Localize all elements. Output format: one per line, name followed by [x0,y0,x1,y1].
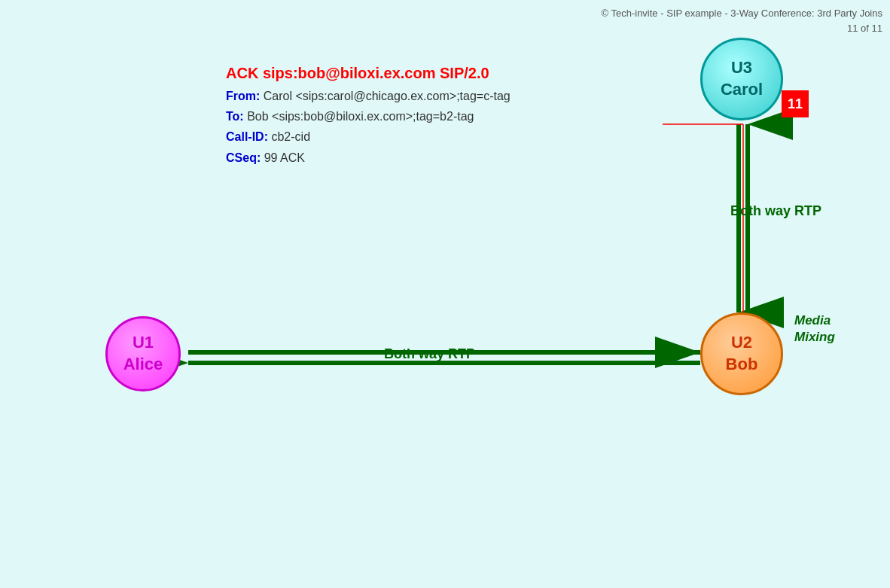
cseq-line: CSeq: 99 ACK [226,148,511,168]
to-value: Bob <sips:bob@biloxi.ex.com>;tag=b2-tag [247,110,474,123]
node-alice: U1 Alice [105,316,181,391]
cseq-value: 99 ACK [264,151,305,164]
bob-label1: U2 [731,332,752,354]
label-both-rtp-vert: Both way RTP [730,203,821,219]
from-value: Carol <sips:carol@chicago.ex.com>;tag=c-… [264,90,511,102]
carol-label1: U3 [731,57,752,79]
alice-label1: U1 [133,332,154,354]
copyright: © Tech-invite - SIP example - 3-Way Conf… [602,8,883,19]
ack-line: ACK sips:bob@biloxi.ex.com SIP/2.0 [226,60,511,86]
alice-label2: Alice [123,354,163,376]
callid-value: cb2-cid [271,130,310,143]
step-badge: 11 [782,90,809,117]
carol-label2: Carol [721,79,763,101]
node-carol: U3 Carol [700,38,783,120]
sip-message-box: ACK sips:bob@biloxi.ex.com SIP/2.0 From:… [226,60,511,168]
bob-label2: Bob [726,354,758,376]
callid-label: Call-ID: [226,130,268,143]
label-both-rtp-horiz: Both way RTP [384,346,475,362]
to-line: To: Bob <sips:bob@biloxi.ex.com>;tag=b2-… [226,106,511,126]
label-media-mixing: Media Mixing [794,312,835,346]
from-line: From: Carol <sips:carol@chicago.ex.com>;… [226,86,511,106]
to-label: To: [226,110,244,123]
media-line1: Media [794,312,835,329]
callid-line: Call-ID: cb2-cid [226,126,511,147]
node-bob: U2 Bob [700,312,783,395]
from-label: From: [226,90,260,102]
cseq-label: CSeq: [226,151,261,164]
media-line2: Mixing [794,329,835,346]
page-number: 11 of 11 [847,23,882,34]
